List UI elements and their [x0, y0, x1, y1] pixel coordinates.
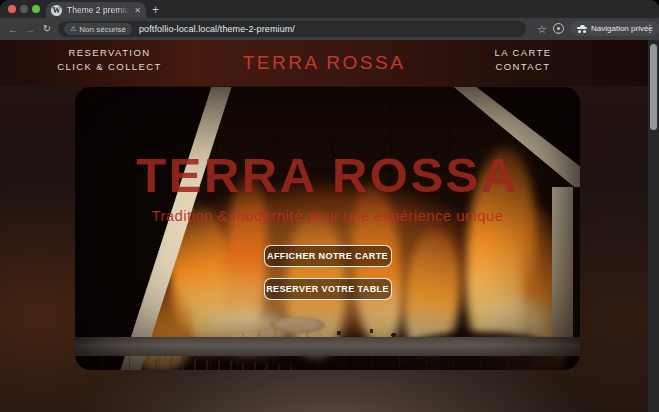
minimize-window-button[interactable]: [20, 5, 28, 13]
incognito-icon: [577, 25, 587, 33]
fullscreen-window-button[interactable]: [32, 5, 40, 13]
security-label: Non sécurisé: [79, 25, 126, 34]
tab-title: Theme 2 premium – Wonder: [67, 5, 132, 15]
show-menu-button[interactable]: AFFICHER NOTRE CARTE: [264, 245, 392, 267]
bookmark-star-icon[interactable]: ☆: [534, 18, 550, 40]
browser-tab[interactable]: W Theme 2 premium – Wonder ✕: [46, 2, 146, 18]
address-bar[interactable]: ⚠ Non sécurisé poftfollio-local.local/th…: [58, 21, 526, 37]
nav-la-carte-link[interactable]: LA CARTE: [495, 47, 552, 58]
reserve-table-button[interactable]: RESERVER VOTRE TABLE: [264, 278, 392, 300]
site-header: RESERVATION CLICK & COLLECT TERRA ROSSA …: [0, 40, 648, 86]
url-text: poftfollio-local.local/theme-2-premium/: [139, 24, 295, 34]
hero-buttons: AFFICHER NOTRE CARTE RESERVER VOTRE TABL…: [75, 245, 580, 300]
nav-right: LA CARTE CONTACT: [478, 47, 568, 72]
forward-icon[interactable]: →: [23, 18, 37, 40]
hero-content: TERRA ROSSA Tradition & modernité pour u…: [75, 87, 580, 370]
profile-icon[interactable]: [553, 23, 564, 34]
close-window-button[interactable]: [8, 5, 16, 13]
nav-contact-link[interactable]: CONTACT: [495, 61, 550, 72]
reload-icon[interactable]: ↻: [40, 18, 54, 40]
menu-dots-icon[interactable]: ⋮: [644, 18, 656, 40]
scrollbar[interactable]: [648, 40, 659, 412]
tab-close-icon[interactable]: ✕: [134, 6, 141, 15]
webpage: RESERVATION CLICK & COLLECT TERRA ROSSA …: [0, 40, 659, 412]
hero-title: TERRA ROSSA: [75, 147, 580, 203]
browser-window: W Theme 2 premium – Wonder ✕ + ← → ↻ ⚠ N…: [0, 0, 659, 412]
hero-section: TERRA ROSSA Tradition & modernité pour u…: [75, 87, 580, 370]
warning-icon: ⚠: [70, 25, 76, 33]
tab-strip: W Theme 2 premium – Wonder ✕ +: [0, 0, 659, 18]
wordpress-favicon-icon: W: [51, 5, 62, 16]
security-chip[interactable]: ⚠ Non sécurisé: [64, 23, 132, 35]
browser-toolbar: ← → ↻ ⚠ Non sécurisé poftfollio-local.lo…: [0, 18, 659, 40]
new-tab-button[interactable]: +: [152, 2, 159, 18]
back-icon[interactable]: ←: [6, 18, 20, 40]
scrollbar-thumb[interactable]: [650, 44, 657, 130]
hero-subtitle: Tradition & modernité pour une expérienc…: [75, 207, 580, 224]
